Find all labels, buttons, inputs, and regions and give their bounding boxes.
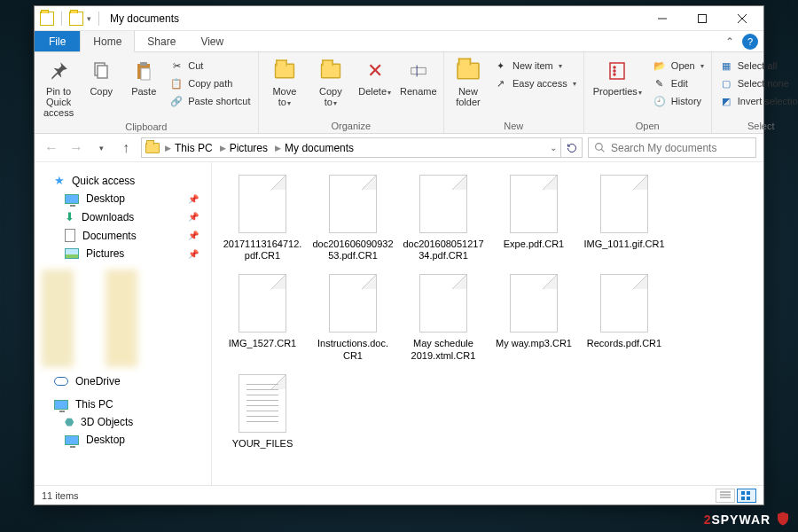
edit-button[interactable]: ✎Edit (651, 75, 706, 91)
move-to-button[interactable]: Move to▾ (264, 56, 306, 110)
sidebar-item-desktop[interactable]: Desktop📌 (51, 190, 202, 207)
address-bar[interactable]: ▶This PC ▶Pictures ▶My documents ⌄ (141, 137, 561, 158)
svg-rect-1 (698, 14, 706, 22)
sidebar-item-pictures[interactable]: Pictures📌 (51, 245, 202, 262)
search-input[interactable]: Search My documents (588, 137, 756, 158)
nav-back-button[interactable]: ← (42, 138, 61, 158)
sidebar-item-desktop[interactable]: Desktop (51, 431, 202, 449)
tab-share[interactable]: Share (135, 31, 188, 51)
paste-shortcut-button[interactable]: 🔗Paste shortcut (168, 93, 252, 109)
qat-dropdown-icon[interactable]: ▾ (87, 14, 91, 23)
invert-selection-button[interactable]: ◩Invert selection (717, 93, 798, 109)
history-button[interactable]: 🕘History (651, 93, 706, 109)
file-name: Expe.pdf.CR1 (504, 239, 564, 250)
blank-file-icon (510, 274, 558, 332)
copy-button[interactable]: Copy (82, 56, 120, 98)
copy-path-button[interactable]: 📋Copy path (168, 75, 252, 91)
new-item-button[interactable]: ✦New item▾ (492, 58, 578, 74)
sidebar-item-documents[interactable]: Documents📌 (51, 226, 202, 245)
open-button[interactable]: 📂Open▾ (651, 58, 706, 74)
sidebar-item-downloads[interactable]: ⬇Downloads📌 (51, 207, 202, 226)
file-item[interactable]: May schedule 2019.xtml.CR1 (402, 274, 485, 361)
crumb-pictures[interactable]: Pictures (230, 142, 268, 154)
paste-icon (130, 58, 157, 84)
crumb-current[interactable]: My documents (285, 142, 354, 154)
tab-view[interactable]: View (188, 31, 236, 51)
pin-to-quick-access-button[interactable]: Pin to Quick access (40, 56, 77, 120)
new-item-icon: ✦ (494, 59, 508, 73)
search-icon (594, 142, 606, 153)
close-button[interactable] (722, 6, 762, 30)
nav-recent-dropdown[interactable]: ▾ (91, 138, 111, 158)
maximize-button[interactable] (682, 6, 722, 30)
file-name: My way.mp3.CR1 (496, 338, 572, 349)
paste-button[interactable]: Paste (125, 56, 162, 98)
sidebar-item-3d-objects[interactable]: ⬣3D Objects (51, 413, 202, 431)
status-bar: 11 items (35, 485, 763, 505)
file-item[interactable]: doc201608051217 34.pdf.CR1 (402, 175, 485, 262)
ribbon-group-new: New folder ✦New item▾ ↗Easy access▾ New (444, 52, 584, 133)
view-icons-button[interactable] (737, 489, 756, 503)
pin-icon: 📌 (188, 212, 199, 222)
sidebar-quick-access[interactable]: ★Quick access (51, 171, 202, 190)
easy-access-button[interactable]: ↗Easy access▾ (492, 75, 578, 91)
file-name: doc201606090932 53.pdf.CR1 (311, 239, 395, 262)
address-dropdown-icon[interactable]: ⌄ (550, 143, 557, 153)
ribbon-group-open: Properties▾ 📂Open▾ ✎Edit 🕘History Open (584, 52, 712, 133)
file-item[interactable]: doc201606090932 53.pdf.CR1 (311, 175, 395, 262)
cut-button[interactable]: ✂Cut (168, 58, 252, 74)
easy-access-icon: ↗ (494, 76, 508, 90)
file-item[interactable]: 20171113164712.pdf.CR1 (221, 175, 304, 262)
sidebar-this-pc[interactable]: This PC (51, 395, 202, 413)
pin-icon (45, 58, 72, 84)
sidebar-onedrive[interactable]: OneDrive (51, 372, 202, 390)
folder-icon[interactable] (69, 12, 83, 26)
file-item[interactable]: IMG_1011.gif.CR1 (583, 175, 666, 262)
nav-forward-button[interactable]: → (66, 138, 86, 158)
delete-button[interactable]: ✕Delete▾ (356, 56, 394, 99)
document-icon (65, 229, 75, 242)
item-count: 11 items (42, 490, 79, 501)
address-bar-row: ← → ▾ ↑ ▶This PC ▶Pictures ▶My documents… (35, 134, 763, 162)
tab-home[interactable]: Home (80, 31, 135, 52)
watermark: 2SPYWAR (704, 511, 791, 527)
cube-icon: ⬣ (65, 416, 74, 428)
refresh-button[interactable] (561, 137, 583, 158)
blank-file-icon (329, 274, 377, 332)
star-icon: ★ (54, 174, 65, 187)
properties-button[interactable]: Properties▾ (590, 56, 645, 99)
view-details-button[interactable] (716, 489, 735, 503)
chevron-right-icon[interactable]: ▶ (275, 144, 281, 153)
navigation-pane: ★Quick access Desktop📌 ⬇Downloads📌 Docum… (35, 162, 212, 485)
minimize-button[interactable] (642, 6, 682, 30)
file-item[interactable]: My way.mp3.CR1 (492, 274, 575, 361)
select-none-button[interactable]: ▢Select none (717, 75, 798, 91)
file-item[interactable]: Expe.pdf.CR1 (492, 175, 575, 262)
window-title: My documents (110, 12, 179, 25)
text-file-icon (239, 374, 286, 433)
nav-up-button[interactable]: ↑ (116, 138, 136, 158)
edit-icon: ✎ (653, 76, 667, 90)
file-item[interactable]: Records.pdf.CR1 (583, 274, 666, 361)
chevron-right-icon[interactable]: ▶ (165, 144, 171, 153)
new-folder-button[interactable]: New folder (450, 56, 487, 109)
file-name: IMG_1011.gif.CR1 (583, 239, 664, 250)
copy-to-button[interactable]: Copy to▾ (310, 56, 351, 110)
collapse-ribbon-icon[interactable]: ⌃ (719, 31, 740, 51)
chevron-right-icon[interactable]: ▶ (220, 144, 226, 153)
file-item[interactable]: Instructions.doc. CR1 (311, 274, 395, 361)
select-all-button[interactable]: ▦Select all (717, 58, 798, 74)
pin-icon: 📌 (188, 249, 199, 259)
open-icon: 📂 (653, 59, 667, 73)
file-item[interactable]: IMG_1527.CR1 (221, 274, 304, 361)
file-item[interactable]: YOUR_FILES (221, 374, 304, 450)
download-icon: ⬇ (65, 210, 74, 223)
scissors-icon: ✂ (169, 59, 184, 73)
desktop-icon (65, 194, 79, 204)
help-icon[interactable]: ? (742, 34, 758, 50)
file-list[interactable]: 20171113164712.pdf.CR1doc201606090932 53… (212, 162, 763, 485)
tab-file[interactable]: File (35, 31, 80, 51)
rename-icon (405, 58, 432, 84)
rename-button[interactable]: Rename (399, 56, 438, 98)
crumb-this-pc[interactable]: This PC (175, 142, 213, 154)
